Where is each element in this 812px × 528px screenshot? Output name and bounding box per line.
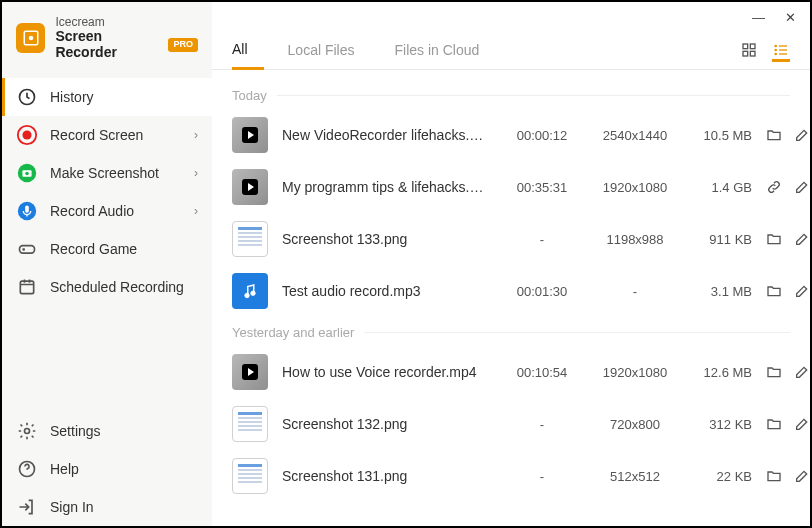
edit-icon[interactable] (794, 127, 810, 143)
file-duration: 00:01:30 (506, 284, 578, 299)
nav-label: Record Screen (50, 127, 182, 143)
file-row: Screenshot 132.png - 720x800 312 KB (212, 398, 810, 450)
image-thumbnail[interactable] (232, 458, 268, 494)
group-today: Today (212, 80, 810, 109)
grid-view-button[interactable] (740, 41, 758, 59)
file-duration: 00:35:31 (506, 180, 578, 195)
tab-cloud[interactable]: Files in Cloud (394, 32, 495, 68)
svg-point-12 (25, 429, 30, 434)
file-size: 10.5 MB (692, 128, 752, 143)
video-thumbnail[interactable] (232, 354, 268, 390)
nav-label: Sign In (50, 499, 198, 515)
row-actions (766, 364, 810, 380)
edit-icon[interactable] (794, 416, 810, 432)
svg-point-4 (22, 130, 31, 139)
row-actions (766, 179, 810, 195)
file-name[interactable]: Screenshot 131.png (282, 468, 492, 484)
svg-point-19 (775, 49, 776, 50)
nav-make-screenshot[interactable]: Make Screenshot › (2, 154, 212, 192)
open-folder-icon[interactable] (766, 283, 782, 299)
svg-rect-11 (20, 281, 33, 294)
file-list: Today New VideoRecorder lifehacks.mp4 00… (212, 70, 810, 526)
video-thumbnail[interactable] (232, 117, 268, 153)
brand-logo (16, 23, 45, 53)
minimize-button[interactable]: — (752, 10, 765, 25)
row-actions (766, 416, 810, 432)
open-folder-icon[interactable] (766, 231, 782, 247)
file-name[interactable]: New VideoRecorder lifehacks.mp4 (282, 127, 492, 143)
svg-rect-9 (25, 205, 29, 212)
file-name[interactable]: Screenshot 133.png (282, 231, 492, 247)
file-duration: - (506, 232, 578, 247)
file-dimensions: 1920x1080 (592, 180, 678, 195)
play-icon (242, 364, 258, 380)
camera-icon (16, 162, 38, 184)
file-name[interactable]: Test audio record.mp3 (282, 283, 492, 299)
clock-icon (16, 86, 38, 108)
gamepad-icon (16, 238, 38, 260)
edit-icon[interactable] (794, 364, 810, 380)
row-actions (766, 127, 810, 143)
nav-label: History (50, 89, 198, 105)
tab-local[interactable]: Local Files (288, 32, 371, 68)
audio-thumbnail[interactable] (232, 273, 268, 309)
nav-record-screen[interactable]: Record Screen › (2, 116, 212, 154)
nav-label: Settings (50, 423, 198, 439)
edit-icon[interactable] (794, 179, 810, 195)
help-icon (16, 458, 38, 480)
file-dimensions: 720x800 (592, 417, 678, 432)
chevron-right-icon: › (194, 204, 198, 218)
calendar-icon (16, 276, 38, 298)
file-row: My programm tips & lifehacks.mp4 00:35:3… (212, 161, 810, 213)
video-thumbnail[interactable] (232, 169, 268, 205)
nav-help[interactable]: Help (2, 450, 212, 488)
file-dimensions: 1198x988 (592, 232, 678, 247)
file-dimensions: - (592, 284, 678, 299)
link-icon[interactable] (766, 179, 782, 195)
svg-rect-17 (750, 51, 755, 56)
open-folder-icon[interactable] (766, 468, 782, 484)
tabs: All Local Files Files in Cloud (212, 31, 810, 70)
edit-icon[interactable] (794, 231, 810, 247)
main: — ✕ All Local Files Files in Cloud Today… (212, 2, 810, 526)
svg-point-1 (28, 36, 33, 41)
group-older: Yesterday and earlier (212, 317, 810, 346)
svg-point-30 (245, 293, 250, 298)
brand-name: Screen RecorderPRO (55, 29, 198, 60)
open-folder-icon[interactable] (766, 127, 782, 143)
edit-icon[interactable] (794, 283, 810, 299)
open-folder-icon[interactable] (766, 416, 782, 432)
close-button[interactable]: ✕ (785, 10, 796, 25)
svg-point-20 (775, 53, 776, 54)
window-controls: — ✕ (212, 2, 810, 25)
file-size: 3.1 MB (692, 284, 752, 299)
brand: Icecream Screen RecorderPRO (2, 2, 212, 78)
nav-signin[interactable]: Sign In (2, 488, 212, 526)
edit-icon[interactable] (794, 468, 810, 484)
nav-settings[interactable]: Settings (2, 412, 212, 450)
svg-rect-15 (750, 44, 755, 49)
row-actions (766, 468, 810, 484)
nav-label: Record Audio (50, 203, 182, 219)
tab-all[interactable]: All (232, 31, 264, 70)
file-row: Screenshot 133.png - 1198x988 911 KB (212, 213, 810, 265)
nav-record-game[interactable]: Record Game (2, 230, 212, 268)
list-view-button[interactable] (772, 44, 790, 62)
image-thumbnail[interactable] (232, 221, 268, 257)
nav-history[interactable]: History (2, 78, 212, 116)
nav-scheduled[interactable]: Scheduled Recording (2, 268, 212, 306)
file-duration: 00:00:12 (506, 128, 578, 143)
open-folder-icon[interactable] (766, 364, 782, 380)
image-thumbnail[interactable] (232, 406, 268, 442)
nav-main: History Record Screen › Make Screenshot … (2, 78, 212, 306)
file-name[interactable]: Screenshot 132.png (282, 416, 492, 432)
file-row: Test audio record.mp3 00:01:30 - 3.1 MB (212, 265, 810, 317)
file-name[interactable]: My programm tips & lifehacks.mp4 (282, 179, 492, 195)
row-actions (766, 283, 810, 299)
file-name[interactable]: How to use Voice recorder.mp4 (282, 364, 492, 380)
nav-record-audio[interactable]: Record Audio › (2, 192, 212, 230)
nav-label: Help (50, 461, 198, 477)
nav-label: Make Screenshot (50, 165, 182, 181)
svg-rect-10 (20, 246, 35, 254)
file-row: How to use Voice recorder.mp4 00:10:54 1… (212, 346, 810, 398)
